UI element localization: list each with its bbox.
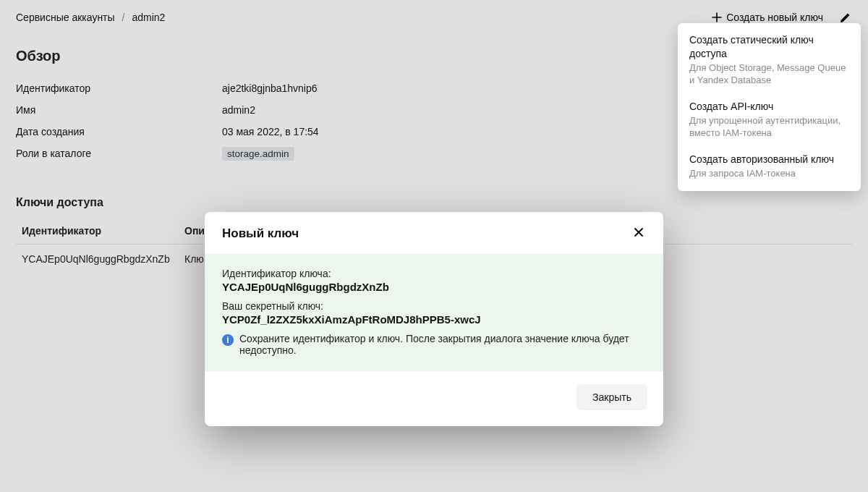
- modal-close-button[interactable]: [631, 226, 646, 241]
- modal-title: Новый ключ: [222, 226, 299, 241]
- dropdown-item-subtitle: Для упрощенной аутентификации, вместо IA…: [689, 114, 849, 140]
- create-key-dropdown: Создать статический ключ доступа Для Obj…: [678, 23, 861, 191]
- dropdown-item-api-key[interactable]: Создать API-ключ Для упрощенной аутентиф…: [678, 94, 861, 147]
- modal-close-footer-button[interactable]: Закрыть: [576, 384, 647, 410]
- modal-info-text: Сохраните идентификатор и ключ. После за…: [239, 333, 646, 356]
- dropdown-item-title: Создать API-ключ: [689, 100, 849, 114]
- dropdown-item-subtitle: Для Object Storage, Message Queue и Yand…: [689, 62, 849, 87]
- dropdown-item-title: Создать статический ключ доступа: [689, 33, 849, 61]
- close-icon: [633, 226, 644, 241]
- modal-secret-label: Ваш секретный ключ:: [222, 300, 646, 312]
- dropdown-item-title: Создать авторизованный ключ: [689, 153, 849, 166]
- modal-key-id-value: YCAJEp0UqNl6guggRbgdzXnZb: [222, 281, 646, 293]
- modal-secret-value: YCP0Zf_l2ZXZ5kxXiAmzApFtRoMDJ8hPPB5-xwcJ: [222, 313, 646, 326]
- modal-key-id-label: Идентификатор ключа:: [222, 268, 646, 279]
- dropdown-item-static-key[interactable]: Создать статический ключ доступа Для Obj…: [678, 27, 861, 94]
- info-icon: i: [222, 334, 234, 346]
- dropdown-item-auth-key[interactable]: Создать авторизованный ключ Для запроса …: [678, 147, 861, 187]
- new-key-modal: Новый ключ Идентификатор ключа: YCAJEp0U…: [205, 212, 663, 426]
- dropdown-item-subtitle: Для запроса IAM-токена: [689, 167, 849, 180]
